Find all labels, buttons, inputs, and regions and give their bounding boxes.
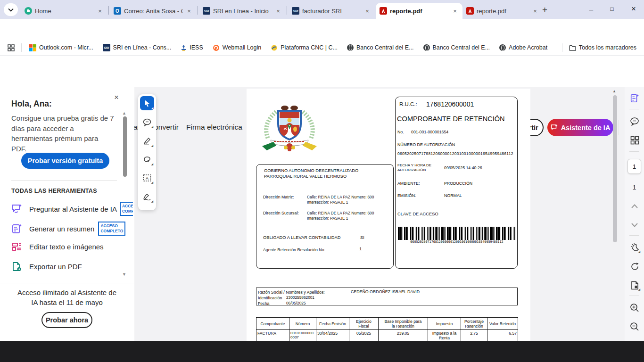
all-bookmarks-button[interactable]: Todos los marcadores bbox=[569, 44, 636, 51]
pdf-page[interactable]: GOBIERNO AUTONOMO DESCENTRALIZADO PARROQ… bbox=[247, 89, 530, 353]
cell-valor-retenido: 6.57 bbox=[487, 330, 518, 342]
comment-icon bbox=[143, 118, 151, 126]
clave-label: CLAVE DE ACCESO bbox=[397, 212, 438, 216]
tab-close-icon[interactable]: × bbox=[96, 8, 104, 15]
pdf-scrollbar-thumb[interactable] bbox=[613, 95, 617, 242]
rail-ai-summary-button[interactable] bbox=[629, 93, 640, 104]
draw-tool-button[interactable]: ◢ bbox=[140, 152, 154, 166]
dropdown-corner-icon: ◢ bbox=[638, 250, 640, 253]
col-header: Fecha Emisión bbox=[316, 318, 349, 330]
screen: Home × O Correo: Anita Sosa - O × SRI SR… bbox=[0, 0, 644, 362]
tab-close-icon[interactable]: × bbox=[451, 8, 459, 15]
summary-icon bbox=[11, 223, 23, 234]
table-row: FACTURA 001010000000037 30/04/2025 05/20… bbox=[256, 330, 518, 342]
autorizacion-value: 0605202507176812060000120010010000016549… bbox=[397, 151, 513, 156]
tool-ask-ai[interactable]: Preguntar al Asistente de IA ACCESO COMP… bbox=[11, 202, 133, 216]
current-page-box[interactable]: 1 bbox=[627, 159, 641, 174]
sign-tool-button[interactable]: ◢ bbox=[140, 189, 154, 204]
ambiente-value: PRODUCCIÓN bbox=[444, 181, 472, 186]
rail-zoom-out-button[interactable] bbox=[629, 321, 640, 332]
dropdown-corner-icon: ◢ bbox=[638, 288, 640, 291]
bookmark-outlook[interactable]: Outlook.com - Micr... bbox=[29, 44, 93, 51]
ai-assistant-button[interactable]: Asistente de IA bbox=[547, 119, 613, 136]
rail-next-page-button[interactable] bbox=[629, 219, 640, 230]
tool-summary[interactable]: Generar un resumen ACCESO COMPLETO bbox=[11, 222, 125, 236]
no-value: 001-001-000001654 bbox=[411, 130, 448, 134]
tool-label: Preguntar al Asistente de IA bbox=[29, 205, 117, 213]
taskbar: 19°C Mayorm. nublado Búsqueda X bbox=[0, 341, 644, 362]
rail-page-view-button[interactable]: ◢ bbox=[629, 280, 640, 291]
dropdown-corner-icon: ◢ bbox=[151, 144, 153, 147]
bookmark-bce-1[interactable]: Banco Central del E... bbox=[347, 44, 414, 51]
divider bbox=[562, 43, 562, 52]
subject-box: Razón Social / Nombres y Apellidos: CEDE… bbox=[256, 288, 518, 305]
quick-tools-strip: ◢ ◢ ◢ ◢ A ◢ ◢ bbox=[138, 94, 156, 210]
tab-reporte-pdf-2[interactable]: reporte.pdf × bbox=[462, 3, 543, 19]
chevron-down-icon bbox=[8, 8, 14, 12]
try-now-button[interactable]: Probar ahora bbox=[41, 312, 92, 328]
bookmark-bce-2[interactable]: Banco Central del E... bbox=[423, 44, 490, 51]
outlook-favicon-icon: O bbox=[114, 7, 121, 15]
rail-comments-button[interactable] bbox=[629, 115, 640, 127]
no-label: No. bbox=[397, 130, 404, 134]
bookmark-adobe[interactable]: Adobe Acrobat bbox=[499, 44, 547, 51]
sri-icon: SRI bbox=[103, 44, 110, 51]
bookmark-cnc[interactable]: Plataforma CNC | C... bbox=[271, 44, 338, 51]
bookmark-label: SRI en Línea - Cons... bbox=[113, 44, 172, 51]
tab-facturador-sri[interactable]: SRI facturador SRI × bbox=[288, 3, 375, 19]
autorizacion-label: NÚMERO DE AUTORIZACIÓN bbox=[397, 142, 455, 147]
bookmark-label: Plataforma CNC | C... bbox=[281, 44, 338, 51]
text-select-tool-button[interactable]: A ◢ bbox=[140, 171, 154, 185]
tool-label: Exportar un PDF bbox=[29, 263, 82, 271]
right-tool-rail: 1 1 ◢ ◢ bbox=[625, 87, 644, 341]
tool-label: Generar un resumen bbox=[29, 225, 94, 233]
panel-close-icon[interactable]: × bbox=[114, 93, 119, 102]
window-maximize-button[interactable]: □ bbox=[602, 0, 622, 18]
tool-edit-text[interactable]: Editar texto e imágenes bbox=[11, 241, 104, 252]
rail-prev-page-button[interactable] bbox=[629, 200, 640, 212]
tab-title: SRI en Línea - Inicio bbox=[213, 8, 272, 15]
pdf-scroll-up-icon[interactable]: ▲ bbox=[612, 89, 616, 93]
rail-rotate-button[interactable] bbox=[629, 261, 640, 272]
tab-close-icon[interactable]: × bbox=[531, 8, 539, 15]
tab-search-button[interactable] bbox=[4, 3, 18, 16]
tool-export-pdf[interactable]: Exportar un PDF bbox=[11, 261, 82, 272]
dropdown-corner-icon: ◢ bbox=[151, 199, 153, 203]
cpanel-icon bbox=[213, 44, 220, 51]
highlight-tool-button[interactable]: ◢ bbox=[140, 134, 154, 148]
window-close-button[interactable]: × bbox=[623, 0, 644, 18]
scroll-down-icon[interactable]: ▼ bbox=[122, 272, 126, 277]
window-minimize-button[interactable]: – bbox=[581, 0, 602, 18]
agente-label: Agente Retención Resolución No. bbox=[263, 247, 325, 252]
ai-assistant-label: Asistente de IA bbox=[561, 124, 611, 132]
rail-thumbnails-button[interactable] bbox=[629, 134, 640, 146]
sri-letters: SRI bbox=[293, 9, 298, 13]
col-header: Comprobante bbox=[256, 318, 289, 330]
rail-theme-button[interactable]: ◢ bbox=[629, 242, 640, 253]
scroll-up-icon[interactable]: ▲ bbox=[122, 111, 126, 115]
bookmark-iess[interactable]: IESS bbox=[181, 44, 203, 51]
tab-home[interactable]: Home × bbox=[21, 3, 107, 19]
menu-esign[interactable]: Firma electrónica bbox=[186, 123, 242, 132]
ambiente-label: AMBIENTE: bbox=[397, 181, 420, 186]
tab-close-icon[interactable]: × bbox=[274, 8, 282, 15]
apps-grid-icon[interactable] bbox=[8, 44, 15, 51]
fecha-label: Fecha bbox=[258, 301, 269, 306]
rail-zoom-in-button[interactable] bbox=[629, 302, 640, 313]
divider bbox=[619, 120, 619, 135]
bookmark-webmail[interactable]: Webmail Login bbox=[213, 44, 261, 51]
promo-text: Consigue una prueba gratis de 7 días par… bbox=[11, 113, 114, 154]
select-tool-button[interactable]: ◢ bbox=[140, 96, 154, 110]
tab-close-icon[interactable]: × bbox=[363, 8, 371, 15]
cell-fecha-emision: 30/04/2025 bbox=[316, 330, 349, 342]
tab-close-icon[interactable]: × bbox=[185, 8, 193, 15]
bookmarks-bar: Outlook.com - Micr... SRI SRI en Línea -… bbox=[0, 40, 644, 56]
tab-reporte-pdf-active[interactable]: reporte.pdf × bbox=[376, 3, 462, 19]
tab-correo[interactable]: O Correo: Anita Sosa - O × bbox=[110, 3, 197, 19]
panel-scrollbar-thumb[interactable] bbox=[123, 116, 127, 177]
tab-sri-en-linea[interactable]: SRI SRI en Línea - Inicio × bbox=[199, 3, 286, 19]
comment-tool-button[interactable]: ◢ bbox=[140, 115, 154, 129]
bookmark-sri[interactable]: SRI SRI en Línea - Cons... bbox=[103, 44, 172, 51]
new-tab-button[interactable]: + bbox=[542, 5, 547, 15]
free-trial-button[interactable]: Probar versión gratuita bbox=[21, 153, 109, 169]
